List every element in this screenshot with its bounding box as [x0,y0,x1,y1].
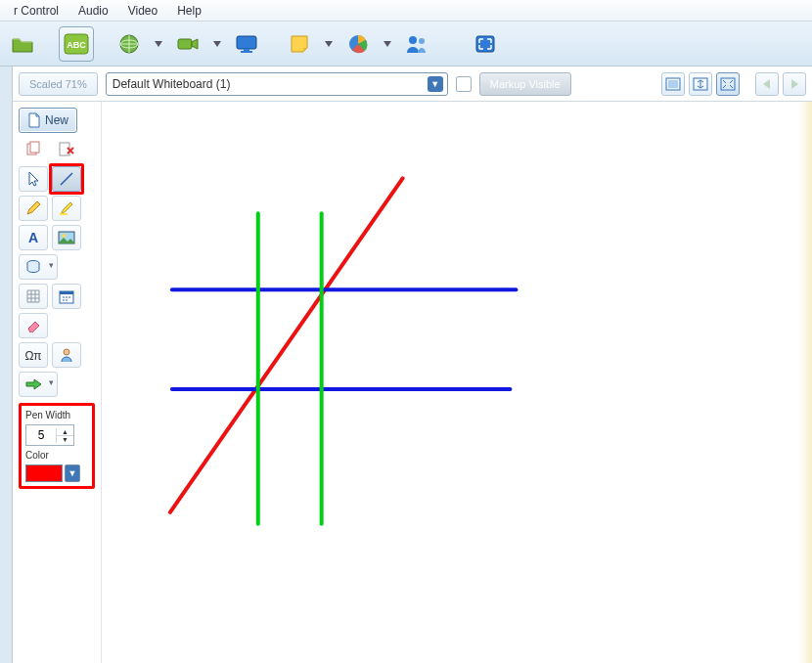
tool-panel: New [13,102,101,663]
globe-dropdown[interactable] [151,26,166,62]
calendar-icon [59,288,74,304]
page-icon [27,112,40,128]
pie-button[interactable] [340,26,376,62]
menubar: r Control Audio Video Help [0,0,812,22]
menu-help[interactable]: Help [167,2,211,20]
svg-rect-5 [237,36,256,49]
note-button[interactable] [282,26,317,62]
svg-point-10 [419,38,425,44]
omega-icon: Ωπ [24,347,42,363]
arrow-tool[interactable] [19,372,58,397]
canvas-area[interactable] [101,102,812,663]
monitor-icon [235,34,258,54]
fit-width-icon [665,77,681,91]
penwidth-input[interactable] [26,428,56,442]
svg-point-28 [64,349,69,355]
menu-audio[interactable]: Audio [68,2,118,20]
grid-icon [25,288,41,304]
people-icon [405,34,429,54]
markup-visible-button[interactable]: Markup Visible [479,72,571,96]
pencil-icon [25,200,41,216]
penwidth-up[interactable]: ▲ [56,428,73,436]
color-dropdown[interactable]: ▼ [65,464,80,482]
shape-tool[interactable] [19,254,58,280]
next-icon [787,77,802,91]
menu-control[interactable]: r Control [4,2,68,20]
pointer-icon [26,170,40,188]
fit-width-button[interactable] [661,72,685,96]
scale-button[interactable]: Scaled 71% [19,72,98,96]
left-gutter [0,66,13,663]
eraser-icon [24,319,42,332]
svg-rect-17 [30,142,39,153]
image-icon [58,231,75,244]
cylinder-icon [25,259,41,275]
penwidth-down[interactable]: ▼ [56,436,73,443]
menu-video[interactable]: Video [118,2,167,20]
prev-icon [759,77,775,91]
camera-button[interactable] [170,26,205,62]
abc-button[interactable]: ABC [59,26,94,62]
fit-height-button[interactable] [689,72,712,96]
svg-point-9 [409,36,417,44]
svg-text:A: A [28,230,38,245]
fullscreen-icon [474,34,496,54]
svg-rect-6 [244,49,249,51]
checkbox[interactable] [456,76,472,92]
svg-rect-20 [60,213,68,215]
chevron-down-icon [325,41,333,47]
chevron-down-icon [383,41,391,47]
svg-text:Ωπ: Ωπ [24,349,41,363]
new-button[interactable]: New [19,108,77,133]
text-icon: A [25,230,41,245]
fit-height-icon [693,77,708,91]
folder-button[interactable] [6,26,41,62]
svg-rect-26 [60,291,73,294]
svg-line-19 [61,173,72,185]
grid-tool[interactable] [19,284,48,309]
edge-shadow [798,102,812,663]
arrow-icon [24,377,42,391]
fullscreen-button[interactable] [468,26,503,62]
svg-rect-7 [241,51,252,53]
pie-icon [347,33,369,55]
color-swatch[interactable] [25,464,63,482]
prev-button[interactable] [755,72,779,96]
next-button[interactable] [783,72,806,96]
note-dropdown[interactable] [321,26,337,62]
whiteboard-select-label: Default Whiteboard (1) [113,77,231,91]
symbol-tool[interactable]: Ωπ [19,342,48,368]
svg-point-23 [62,234,66,238]
fit-page-button[interactable] [716,72,740,96]
fit-page-icon [720,77,736,91]
copy-tool[interactable] [19,137,48,162]
image-tool[interactable] [52,225,81,250]
line-tool[interactable] [52,166,81,192]
folder-icon [11,33,36,55]
highlighter-tool[interactable] [52,196,81,221]
svg-rect-11 [476,36,494,52]
whiteboard-canvas[interactable] [102,102,812,663]
calendar-tool[interactable] [52,284,81,309]
delete-icon [58,141,75,158]
svg-rect-13 [668,80,678,88]
pie-dropdown[interactable] [380,26,395,62]
whiteboard-bar: Scaled 71% Default Whiteboard (1) ▼ Mark… [13,66,812,102]
user-tool[interactable] [52,342,81,368]
eraser-tool[interactable] [19,313,48,338]
globe-button[interactable] [112,26,147,62]
delete-tool[interactable] [52,137,81,162]
globe-icon [118,33,140,55]
main-toolbar: ABC [0,22,812,66]
pencil-tool[interactable] [19,196,48,221]
highlighter-icon [59,200,74,216]
svg-rect-4 [178,39,192,49]
whiteboard-select[interactable]: Default Whiteboard (1) ▼ [106,72,448,96]
penwidth-spinner[interactable]: ▲ ▼ [25,424,74,446]
camera-dropdown[interactable] [209,26,225,62]
pointer-tool[interactable] [19,166,48,192]
monitor-button[interactable] [229,26,264,62]
people-button[interactable] [399,26,434,62]
text-tool[interactable]: A [19,225,48,250]
user-icon [59,347,74,363]
